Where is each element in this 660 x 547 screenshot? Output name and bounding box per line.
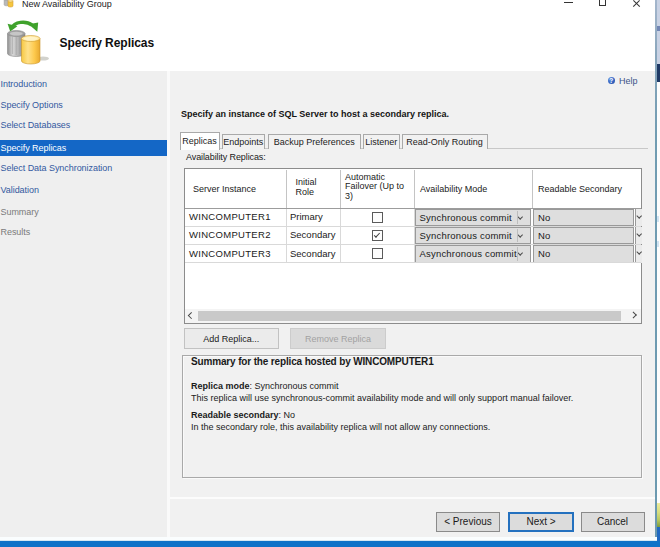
add-replica-button[interactable]: Add Replica... — [184, 328, 279, 350]
desktop-background-window-dark-sliver — [657, 64, 660, 82]
readable-secondary-value: No — [538, 212, 551, 223]
header-divider — [286, 170, 287, 208]
sidebar-item-validation[interactable]: Validation — [1, 185, 39, 195]
column-header-server-instance: Server Instance — [193, 185, 256, 195]
availability-group-icon — [4, 20, 50, 66]
header-divider — [340, 170, 341, 208]
scrollbar-thumb[interactable] — [198, 311, 621, 321]
cell-initial-role: Secondary — [290, 229, 335, 240]
readable-secondary-dropdown[interactable]: No — [533, 245, 634, 262]
availability-mode-value: Synchronous commit — [420, 212, 512, 223]
tab-listener[interactable]: Listener — [363, 134, 400, 149]
next-button[interactable]: Next > — [508, 512, 574, 533]
tab-backup-preferences[interactable]: Backup Preferences — [268, 134, 362, 149]
sidebar-item-select-data-synchronization[interactable]: Select Data Synchronization — [1, 163, 113, 173]
chevron-down-icon — [636, 249, 642, 255]
sidebar-item-summary: Summary — [1, 207, 39, 217]
grid-line — [340, 245, 341, 263]
cell-server-instance: WINCOMPUTER3 — [189, 248, 271, 259]
cell-initial-role: Secondary — [290, 248, 335, 259]
chevron-down-icon — [636, 231, 642, 237]
column-header-automatic-failover: Automatic Failover (Up to 3) — [345, 173, 411, 202]
sidebar-item-select-databases[interactable]: Select Databases — [1, 120, 71, 130]
column-header-availability-mode: Availability Mode — [420, 185, 487, 195]
maximize-button[interactable] — [599, 0, 606, 6]
desktop-artifact — [657, 26, 660, 31]
availability-replicas-grid: Server Instance Initial Role Automatic F… — [184, 168, 642, 324]
grid-rows: WINCOMPUTER1PrimarySynchronous commitNoW… — [185, 209, 641, 264]
tab-endpoints[interactable]: Endpoints — [222, 134, 266, 149]
clipped-dropdown-strip — [635, 209, 642, 226]
checkmark-icon — [374, 231, 380, 238]
grid-line — [340, 209, 341, 227]
header-divider — [414, 170, 415, 208]
desktop-background-window-sliver — [657, 0, 660, 64]
cell-server-instance: WINCOMPUTER1 — [189, 211, 271, 222]
summary-replica-mode-desc: This replica will use synchronous-commit… — [191, 393, 573, 403]
availability-mode-value: Synchronous commit — [420, 230, 512, 241]
taskbar — [0, 541, 660, 547]
column-header-initial-role: Initial Role — [296, 178, 326, 197]
clipped-dropdown-strip — [635, 227, 642, 244]
cell-server-instance: WINCOMPUTER2 — [189, 229, 271, 240]
clipped-dropdown-strip — [635, 245, 642, 262]
grid-line — [286, 209, 287, 227]
readable-secondary-dropdown[interactable]: No — [533, 227, 634, 244]
table-row: WINCOMPUTER2SecondarySynchronous commitN… — [185, 227, 641, 245]
sidebar-item-introduction[interactable]: Introduction — [1, 79, 47, 89]
chevron-down-icon — [517, 214, 523, 220]
scroll-right-icon[interactable] — [630, 312, 636, 318]
scroll-left-icon[interactable] — [188, 312, 194, 318]
summary-title: Summary for the replica hosted by WINCOM… — [191, 356, 434, 367]
page-instruction: Specify an instance of SQL Server to hos… — [181, 109, 449, 119]
window-title: New Availability Group — [22, 0, 112, 9]
header-divider — [532, 170, 533, 208]
chevron-down-icon — [636, 213, 642, 219]
new-availability-group-window: New Availability Group Specify Replicas … — [0, 0, 660, 547]
tab-replicas[interactable]: Replicas — [180, 132, 220, 150]
cancel-button[interactable]: Cancel — [581, 512, 645, 532]
summary-readable-secondary-label: Readable secondary — [191, 410, 279, 420]
summary-replica-mode-label: Replica mode — [191, 381, 250, 391]
desktop-artifact — [657, 241, 659, 247]
summary-replica-mode-value: : Synchronous commit — [250, 381, 339, 391]
column-header-readable-secondary: Readable Secondary — [538, 185, 622, 195]
window-icon — [3, 0, 14, 8]
desktop-artifact — [657, 216, 659, 222]
grid-label: Availability Replicas: — [186, 152, 266, 162]
availability-mode-value: Asynchronous commit — [420, 248, 517, 259]
table-row: WINCOMPUTER1PrimarySynchronous commitNo — [185, 209, 641, 227]
grid-header: Server Instance Initial Role Automatic F… — [185, 169, 641, 209]
availability-mode-dropdown[interactable]: Synchronous commit — [415, 209, 532, 226]
tab-read-only-routing[interactable]: Read-Only Routing — [402, 134, 488, 149]
grid-line — [286, 245, 287, 263]
table-row: WINCOMPUTER3SecondaryAsynchronous commit… — [185, 245, 641, 263]
automatic-failover-checkbox[interactable] — [372, 212, 383, 223]
readable-secondary-dropdown[interactable]: No — [533, 209, 634, 226]
availability-mode-dropdown[interactable]: Synchronous commit — [415, 227, 532, 244]
desktop-icon-sliver-blue — [657, 527, 660, 541]
sidebar-item-specify-options[interactable]: Specify Options — [1, 100, 63, 110]
previous-button[interactable]: < Previous — [436, 512, 500, 532]
cell-initial-role: Primary — [290, 211, 323, 222]
desktop-icon-sliver — [657, 503, 660, 527]
horizontal-scrollbar[interactable] — [185, 309, 641, 324]
close-button[interactable] — [633, 0, 641, 7]
replica-summary-box: Summary for the replica hosted by WINCOM… — [182, 355, 642, 479]
summary-readable-secondary-desc: In the secondary role, this availability… — [191, 422, 490, 432]
remove-replica-button: Remove Replica — [290, 328, 386, 350]
summary-readable-secondary-value: : No — [279, 410, 296, 420]
grid-line — [286, 227, 287, 245]
page-title: Specify Replicas — [60, 36, 155, 50]
readable-secondary-value: No — [538, 248, 551, 259]
availability-mode-dropdown[interactable]: Asynchronous commit — [415, 245, 532, 262]
summary-readable-secondary: Readable secondary: No — [191, 410, 295, 420]
automatic-failover-checkbox[interactable] — [372, 230, 383, 241]
minimize-button[interactable] — [564, 2, 573, 4]
sidebar-item-specify-replicas[interactable]: Specify Replicas — [0, 140, 167, 156]
grid-line — [340, 227, 341, 245]
help-label: Help — [619, 76, 638, 86]
sidebar-item-results: Results — [1, 227, 31, 237]
chevron-down-icon — [517, 250, 523, 256]
automatic-failover-checkbox[interactable] — [372, 248, 383, 259]
